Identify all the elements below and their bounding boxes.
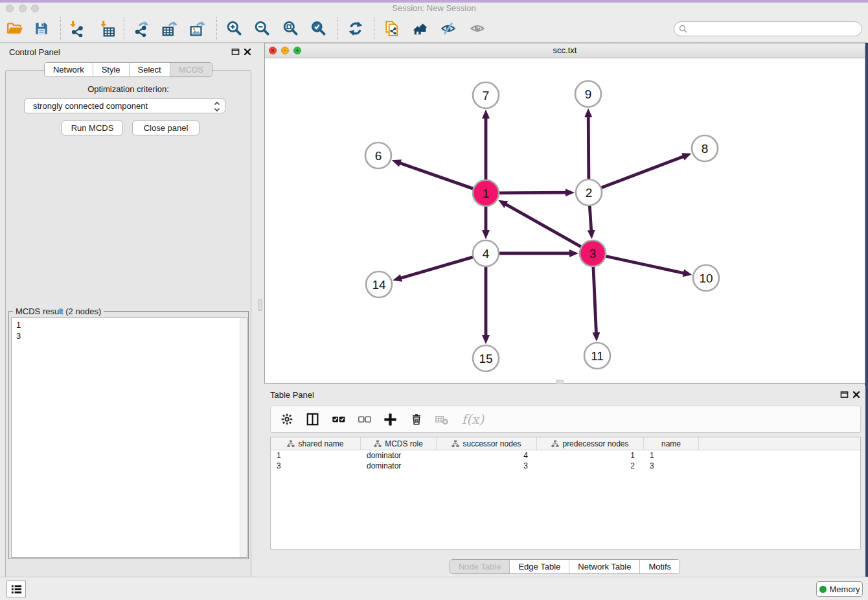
close-panel-button[interactable]: Close panel [132,121,200,135]
float-panel-icon[interactable] [839,390,849,398]
export-image-icon[interactable] [187,17,209,40]
network-table-splitter-handle[interactable] [556,380,564,384]
import-table-icon[interactable] [96,17,118,40]
graph-edge-2-9[interactable] [588,115,589,183]
graph-node-11[interactable]: 11 [584,343,610,369]
window-minimize-button[interactable] [19,5,27,12]
graph-node-14[interactable]: 14 [366,271,392,297]
toolbar-separator [374,17,374,40]
table-panel-title: Table Panel [270,390,314,400]
mcds-result-box[interactable]: 1 3 [11,317,247,558]
network-window-titlebar[interactable]: × − + scc.txt [265,43,865,58]
run-mcds-button[interactable]: Run MCDS [62,121,123,135]
graph-node-3[interactable]: 3 [580,240,606,266]
table-cell[interactable]: 1 [537,450,644,461]
column-header-name[interactable]: name [644,437,699,450]
graph-edge-arrowhead [482,230,490,239]
window-title: Session: New Session [0,3,868,14]
graph-edge-2-8[interactable] [597,156,685,189]
table-cell[interactable]: 1 [271,450,361,461]
home-icon[interactable] [409,17,431,40]
network-maximize-icon[interactable]: + [293,47,301,54]
network-minimize-icon[interactable]: − [281,47,289,54]
export-network-icon[interactable] [130,17,152,40]
graph-edge-3-10[interactable] [602,255,685,273]
close-panel-icon[interactable] [852,390,861,398]
tab-motifs[interactable]: Motifs [639,560,680,573]
panel-splitter-handle[interactable] [258,299,262,311]
export-table-icon[interactable] [159,17,181,40]
duplicate-network-icon[interactable] [381,17,403,40]
table-cell[interactable]: dominator [361,461,437,471]
svg-text:4: 4 [483,247,490,260]
tab-select[interactable]: Select [129,63,170,76]
deselect-all-icon[interactable] [356,411,372,428]
graph-node-4[interactable]: 4 [473,240,499,266]
graph-edge-3-11[interactable] [593,262,597,334]
graph-edge-1-6[interactable] [398,163,477,190]
table-row[interactable]: 1dominator411 [271,450,860,461]
select-all-icon[interactable] [330,411,347,428]
function-builder-icon: f(x) [460,411,486,428]
zoom-selected-icon[interactable] [308,17,330,40]
graph-edge-1-2[interactable] [495,192,567,193]
graph-edge-3-1[interactable] [505,203,585,249]
search-input[interactable] [688,23,862,35]
window-zoom-button[interactable] [31,5,39,12]
show-column-panel-icon[interactable] [304,411,321,428]
table-cell[interactable]: 2 [537,461,644,471]
zoom-in-icon[interactable] [223,17,246,40]
settings-icon[interactable] [279,411,295,428]
column-header-predecessor-nodes[interactable]: predecessor nodes [537,437,644,450]
criterion-select[interactable]: strongly connected component [24,98,225,113]
table-cell[interactable]: 3 [271,461,361,471]
network-close-icon[interactable]: × [269,47,277,54]
result-scrollbar[interactable] [240,318,247,557]
graph-canvas[interactable]: 7968124314101511 [265,58,865,383]
tab-network[interactable]: Network [45,63,93,76]
memory-button[interactable]: Memory [816,581,863,597]
tab-network-table[interactable]: Network Table [569,560,639,573]
table-cell[interactable]: 4 [437,450,537,461]
task-history-button[interactable] [6,581,26,597]
svg-text:1: 1 [483,187,490,200]
tab-node-table[interactable]: Node Table [450,560,510,573]
svg-text:9: 9 [585,87,592,101]
graph-node-7[interactable]: 7 [473,82,499,108]
import-network-icon[interactable] [65,17,87,40]
table-cell[interactable]: 3 [437,461,537,471]
add-column-icon[interactable] [382,411,398,428]
control-panel-tabs: NetworkStyleSelectMCDS [0,62,257,77]
column-header-shared-name[interactable]: shared name [271,437,361,450]
window-close-button[interactable] [6,5,14,12]
tab-mcds[interactable]: MCDS [170,63,212,76]
hide-graphics-details-icon[interactable] [437,17,459,40]
table-cell[interactable]: 3 [644,461,699,471]
graph-edge-4-14[interactable] [400,256,477,279]
zoom-fit-icon[interactable] [280,17,302,40]
graph-node-1[interactable]: 1 [473,180,499,206]
float-panel-icon[interactable] [231,47,240,56]
close-panel-icon[interactable] [243,47,252,56]
table-row[interactable]: 3dominator323 [271,461,860,471]
graph-node-2[interactable]: 2 [576,179,602,205]
save-session-icon[interactable] [30,17,52,40]
tab-style[interactable]: Style [93,63,129,76]
graph-node-9[interactable]: 9 [575,81,601,107]
column-header-MCDS-role[interactable]: MCDS role [361,437,437,450]
column-header-successor-nodes[interactable]: successor nodes [437,437,537,450]
graph-edge-arrowhead [592,332,600,341]
apply-layout-icon[interactable] [345,17,367,40]
graph-node-10[interactable]: 10 [693,265,719,291]
graph-node-15[interactable]: 15 [473,345,499,371]
table-cell[interactable]: dominator [361,450,437,461]
window-titlebar: Session: New Session [0,3,868,14]
tab-edge-table[interactable]: Edge Table [509,560,569,573]
table-cell[interactable]: 1 [644,450,699,461]
open-session-icon[interactable] [4,17,26,40]
graph-node-6[interactable]: 6 [365,143,391,168]
zoom-out-icon[interactable] [251,17,273,40]
graph-node-8[interactable]: 8 [692,135,718,161]
toolbar-separator [337,17,338,40]
delete-column-icon[interactable] [408,411,424,428]
